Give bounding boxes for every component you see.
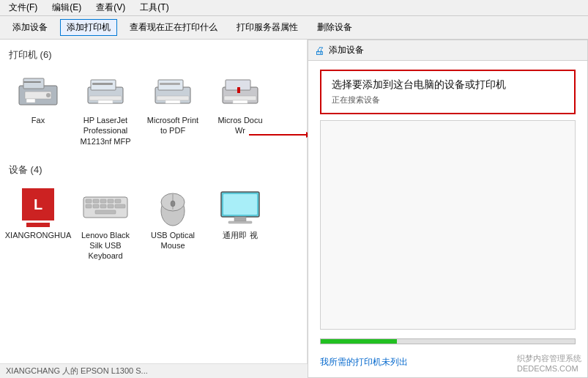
hp-label: HP LaserJet Professional M1213nf MFP: [77, 115, 134, 147]
svg-rect-39: [223, 194, 257, 215]
svg-rect-28: [93, 204, 99, 208]
add-device-button[interactable]: 添加设备: [6, 19, 54, 36]
svg-rect-31: [115, 204, 125, 208]
bottom-status: XIANGCHANG 人的 EPSON L1300 S...: [0, 363, 308, 378]
svg-rect-40: [234, 217, 246, 221]
svg-rect-22: [86, 199, 92, 203]
xiangronghua-icon: L: [15, 189, 62, 227]
svg-rect-19: [233, 100, 248, 103]
watermark: 织梦内容管理系统 DEDECMS.COM: [517, 353, 581, 373]
prompt-title: 选择要添加到这台电脑的设备或打印机: [332, 78, 564, 92]
svg-rect-5: [23, 81, 41, 83]
menu-tools[interactable]: 工具(T): [137, 1, 171, 14]
keyboard-icon: [82, 189, 129, 227]
ms-pdf-label: Microsoft Print to PDF: [144, 115, 201, 136]
svg-rect-25: [108, 199, 113, 203]
menu-view[interactable]: 查看(V): [93, 1, 128, 14]
add-device-dialog: 🖨 添加设备 选择要添加到这台电脑的设备或打印机 正在搜索设备 我所需的打印机未…: [308, 40, 588, 378]
prompt-subtitle: 正在搜索设备: [332, 94, 564, 105]
printer-fax[interactable]: Fax: [6, 69, 70, 152]
monitor-icon: [217, 189, 264, 227]
remove-device-button[interactable]: 删除设备: [310, 19, 359, 36]
device-xiangronghua[interactable]: L XIANGRONGHUA: [6, 184, 70, 267]
dialog-title-bar: 🖨 添加设备: [308, 40, 587, 61]
view-print-queue-button[interactable]: 查看现在正在打印什么: [123, 19, 224, 36]
print-server-props-button[interactable]: 打印服务器属性: [230, 19, 305, 36]
dialog-title-icon: 🖨: [314, 45, 324, 56]
svg-rect-8: [89, 96, 122, 100]
device-keyboard[interactable]: Lenovo Black Silk USB Keyboard: [73, 184, 138, 267]
svg-rect-29: [100, 204, 106, 208]
svg-rect-26: [115, 199, 121, 203]
device-mouse[interactable]: USB Optical Mouse: [141, 184, 205, 267]
fax-icon: [15, 74, 62, 112]
monitor-label: 通用即 视: [223, 230, 257, 240]
menu-edit[interactable]: 编辑(E): [49, 1, 84, 14]
svg-rect-27: [86, 204, 92, 208]
devices-grid: L XIANGRONGHUA: [0, 181, 307, 270]
device-monitor[interactable]: 通用即 视: [208, 184, 272, 267]
svg-rect-20: [237, 87, 240, 93]
xiangronghua-label: XIANGRONGHUA: [5, 230, 71, 240]
svg-rect-41: [228, 221, 252, 223]
ms-doc-label: Micros Docu Wr: [212, 115, 269, 136]
printers-section-header: 打印机 (6): [0, 45, 307, 66]
svg-rect-23: [93, 199, 99, 203]
mouse-label: USB Optical Mouse: [144, 230, 201, 251]
printer-ms-pdf[interactable]: Microsoft Print to PDF: [141, 69, 205, 152]
device-list-area: [320, 120, 576, 330]
svg-rect-9: [98, 100, 113, 103]
svg-rect-10: [92, 83, 113, 85]
svg-rect-14: [165, 100, 180, 103]
menu-file[interactable]: 文件(F): [6, 1, 40, 14]
svg-rect-24: [100, 199, 106, 203]
left-panel: 打印机 (6) Fax: [0, 40, 308, 378]
mouse-icon: [149, 189, 196, 227]
svg-rect-32: [95, 210, 116, 214]
svg-point-36: [171, 201, 175, 207]
svg-point-4: [46, 93, 51, 97]
svg-rect-18: [224, 96, 256, 100]
svg-rect-30: [108, 204, 113, 208]
add-printer-button[interactable]: 添加打印机: [60, 19, 117, 36]
keyboard-label: Lenovo Black Silk USB Keyboard: [77, 230, 134, 262]
ms-pdf-icon: [149, 74, 196, 112]
svg-rect-1: [23, 78, 44, 89]
svg-rect-3: [26, 99, 35, 103]
hp-printer-icon: [82, 74, 129, 112]
progress-bar-background: [320, 338, 576, 344]
watermark-line1: 织梦内容管理系统: [517, 353, 581, 364]
progress-bar-fill: [321, 339, 397, 344]
toolbar: 添加设备 添加打印机 查看现在正在打印什么 打印服务器属性 删除设备: [0, 16, 588, 40]
printers-grid: Fax HP LaserJet Professional M1213nf MFP: [0, 66, 307, 155]
devices-section-header: 设备 (4): [0, 160, 307, 181]
dialog-title-text: 添加设备: [329, 44, 364, 56]
svg-rect-13: [157, 96, 189, 100]
dialog-body: 选择要添加到这台电脑的设备或打印机 正在搜索设备 我所需的打印机未列出: [308, 61, 587, 377]
watermark-line2: DEDECMS.COM: [517, 364, 581, 373]
printer-ms-doc[interactable]: Micros Docu Wr: [208, 69, 272, 152]
ms-doc-icon: [217, 74, 264, 112]
menu-bar: 文件(F) 编辑(E) 查看(V) 工具(T): [0, 0, 588, 16]
main-content: 打印机 (6) Fax: [0, 40, 588, 378]
printer-hp[interactable]: HP LaserJet Professional M1213nf MFP: [73, 69, 138, 152]
fax-label: Fax: [31, 115, 45, 125]
svg-rect-15: [160, 83, 180, 85]
prompt-box: 选择要添加到这台电脑的设备或打印机 正在搜索设备: [320, 70, 576, 114]
progress-section: [320, 336, 576, 347]
